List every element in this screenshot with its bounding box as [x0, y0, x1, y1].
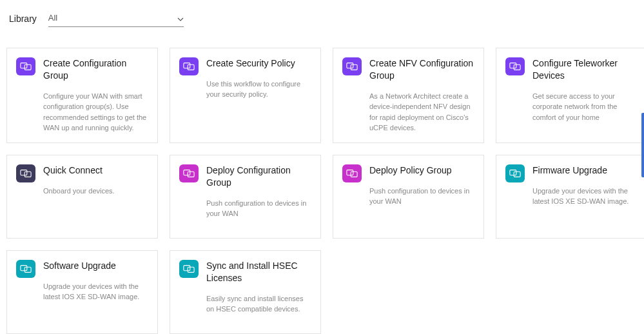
workflow-card-grid: Create Configuration Group Configure you…	[6, 48, 638, 334]
svg-rect-5	[351, 64, 357, 70]
svg-rect-19	[188, 267, 194, 272]
card-desc: Get secure access to your corporate netw…	[532, 91, 638, 123]
card-body: Sync and Install HSEC Licenses Easily sy…	[206, 260, 311, 324]
card-desc: Easily sync and install licenses on HSEC…	[206, 293, 311, 315]
svg-rect-16	[21, 265, 27, 270]
svg-rect-7	[514, 64, 520, 70]
card-title: Firmware Upgrade	[532, 164, 638, 177]
card-quick-connect[interactable]: Quick Connect Onboard your devices.	[6, 155, 158, 239]
card-title: Sync and Install HSEC Licenses	[206, 260, 311, 284]
card-desc: Use this workflow to configure your secu…	[206, 79, 311, 100]
card-body: Configure Teleworker Devices Get secure …	[532, 57, 638, 133]
workflow-icon	[16, 164, 35, 182]
svg-rect-15	[514, 172, 520, 177]
svg-rect-10	[184, 170, 190, 175]
card-desc: Upgrade your devices with the latest IOS…	[43, 281, 148, 302]
card-title: Configure Teleworker Devices	[532, 57, 638, 82]
svg-rect-6	[510, 63, 516, 68]
card-body: Create NFV Configuration Group As a Netw…	[369, 57, 474, 133]
card-deploy-policy-group[interactable]: Deploy Policy Group Push configuration t…	[333, 155, 484, 239]
filter-row: Library All	[6, 10, 638, 27]
chevron-down-icon	[177, 15, 184, 21]
card-body: Create Security Policy Use this workflow…	[206, 57, 311, 133]
filter-label: Library	[9, 14, 37, 24]
svg-rect-4	[347, 63, 353, 68]
filter-selected-value: All	[48, 13, 57, 23]
card-title: Create NFV Configuration Group	[369, 57, 474, 82]
svg-rect-1	[24, 64, 31, 70]
card-desc: Upgrade your devices with the latest IOS…	[532, 186, 638, 207]
card-title: Create Security Policy	[206, 57, 311, 70]
card-create-security-policy[interactable]: Create Security Policy Use this workflow…	[170, 48, 321, 143]
svg-rect-9	[24, 172, 31, 177]
card-configure-teleworker-devices[interactable]: Configure Teleworker Devices Get secure …	[496, 48, 644, 143]
card-title: Create Configuration Group	[43, 57, 148, 82]
svg-rect-12	[347, 170, 353, 175]
card-body: Deploy Policy Group Push configuration t…	[369, 164, 474, 229]
card-desc: Configure your WAN with smart configurat…	[43, 91, 148, 133]
card-create-nfv-configuration-group[interactable]: Create NFV Configuration Group As a Netw…	[333, 48, 484, 143]
card-create-configuration-group[interactable]: Create Configuration Group Configure you…	[6, 48, 158, 143]
workflow-icon	[179, 260, 199, 278]
svg-rect-11	[188, 172, 194, 177]
card-body: Firmware Upgrade Upgrade your devices wi…	[532, 164, 638, 229]
scrollbar-indicator[interactable]	[641, 113, 644, 177]
card-body: Deploy Configuration Group Push configur…	[206, 164, 311, 229]
card-desc: As a Network Architect create a device-i…	[369, 91, 474, 133]
workflow-icon	[342, 57, 362, 75]
card-body: Software Upgrade Upgrade your devices wi…	[43, 260, 148, 324]
library-filter-select[interactable]: All	[48, 10, 184, 27]
card-deploy-configuration-group[interactable]: Deploy Configuration Group Push configur…	[170, 155, 321, 239]
svg-rect-17	[24, 267, 31, 272]
card-sync-install-hsec-licenses[interactable]: Sync and Install HSEC Licenses Easily sy…	[170, 250, 321, 334]
workflow-icon	[505, 164, 525, 182]
card-desc: Push configuration to devices in your WA…	[369, 186, 474, 207]
svg-rect-13	[351, 172, 357, 177]
svg-rect-8	[21, 170, 27, 175]
workflow-icon	[505, 57, 525, 75]
workflow-icon	[16, 260, 35, 278]
workflow-icon	[179, 164, 199, 182]
card-title: Software Upgrade	[43, 260, 148, 272]
card-software-upgrade[interactable]: Software Upgrade Upgrade your devices wi…	[6, 250, 158, 334]
svg-rect-18	[184, 265, 190, 270]
card-firmware-upgrade[interactable]: Firmware Upgrade Upgrade your devices wi…	[496, 155, 644, 239]
card-desc: Push configuration to devices in your WA…	[206, 198, 311, 219]
card-title: Quick Connect	[43, 164, 148, 177]
card-body: Quick Connect Onboard your devices.	[43, 164, 148, 229]
svg-rect-14	[510, 170, 516, 175]
workflow-icon	[342, 164, 362, 182]
card-title: Deploy Policy Group	[369, 164, 474, 177]
workflow-icon	[179, 57, 199, 75]
svg-rect-0	[21, 63, 27, 68]
card-body: Create Configuration Group Configure you…	[43, 57, 148, 133]
svg-rect-2	[184, 63, 190, 68]
svg-rect-3	[188, 64, 194, 70]
card-title: Deploy Configuration Group	[206, 164, 311, 189]
workflow-icon	[16, 57, 35, 75]
card-desc: Onboard your devices.	[43, 186, 148, 197]
